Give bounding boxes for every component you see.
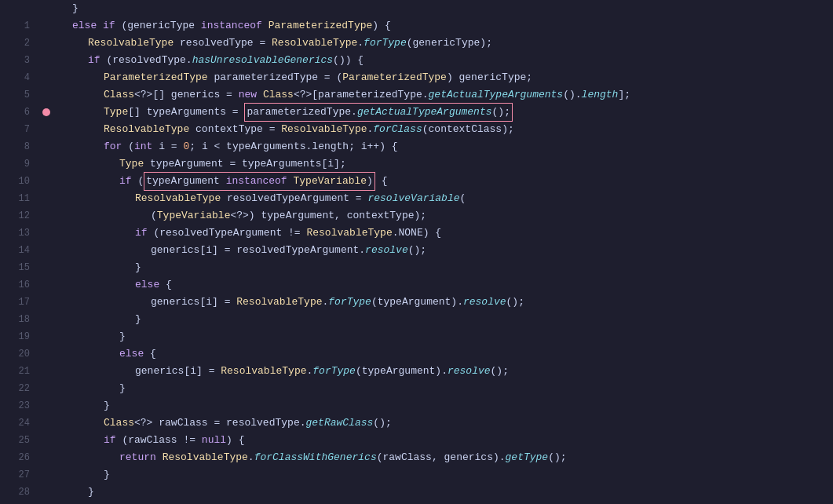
code-line: } <box>57 311 833 328</box>
code-line: } <box>57 484 833 501</box>
code-line-highlighted: Type[] typeArguments = parameterizedType… <box>57 104 833 121</box>
code-line: } <box>57 466 833 484</box>
code-line: ParameterizedType parameterizedType = (P… <box>57 69 833 86</box>
code-line: Class<?>[] generics = new Class<?>[param… <box>57 86 833 104</box>
code-line: if (resolvedType.hasUnresolvableGenerics… <box>57 52 833 69</box>
code-line: (TypeVariable<?>) typeArgument, contextT… <box>57 207 833 225</box>
code-editor: 1 2 3 4 5 6 7 8 9 10 11 12 13 14 15 16 1… <box>0 0 833 504</box>
code-line: } <box>57 259 833 276</box>
code-line: if (resolvedTypeArgument != ResolvableTy… <box>57 225 833 242</box>
code-line: ResolvableType resolvedTypeArgument = re… <box>57 190 833 207</box>
code-line-highlighted2: if (typeArgument instanceof TypeVariable… <box>57 173 833 190</box>
code-line: } <box>57 501 833 504</box>
breakpoint-dot <box>42 108 50 116</box>
code-line: else if (genericType instanceof Paramete… <box>57 17 833 35</box>
code-line: generics[i] = resolvedTypeArgument.resol… <box>57 242 833 259</box>
code-line: generics[i] = ResolvableType.forType(typ… <box>57 294 833 311</box>
code-line: if (rawClass != null) { <box>57 432 833 449</box>
code-content: } else if (genericType instanceof Parame… <box>53 0 833 504</box>
code-line: ResolvableType resolvedType = Resolvable… <box>57 35 833 52</box>
breakpoint-column[interactable] <box>39 0 53 504</box>
code-line: Class<?> rawClass = resolvedType.getRawC… <box>57 415 833 432</box>
code-line: } <box>57 0 833 17</box>
code-line: return ResolvableType.forClassWithGeneri… <box>57 449 833 466</box>
line-numbers: 1 2 3 4 5 6 7 8 9 10 11 12 13 14 15 16 1… <box>0 0 39 504</box>
code-line: Type typeArgument = typeArguments[i]; <box>57 155 833 173</box>
code-line: ResolvableType contextType = ResolvableT… <box>57 121 833 138</box>
code-line: else { <box>57 345 833 363</box>
breakpoint-indicator[interactable] <box>39 104 53 121</box>
code-line: for (int i = 0; i < typeArguments.length… <box>57 138 833 155</box>
code-line: } <box>57 380 833 397</box>
code-line: } <box>57 397 833 415</box>
code-line: } <box>57 328 833 345</box>
code-line: generics[i] = ResolvableType.forType(typ… <box>57 363 833 380</box>
code-line: else { <box>57 276 833 294</box>
